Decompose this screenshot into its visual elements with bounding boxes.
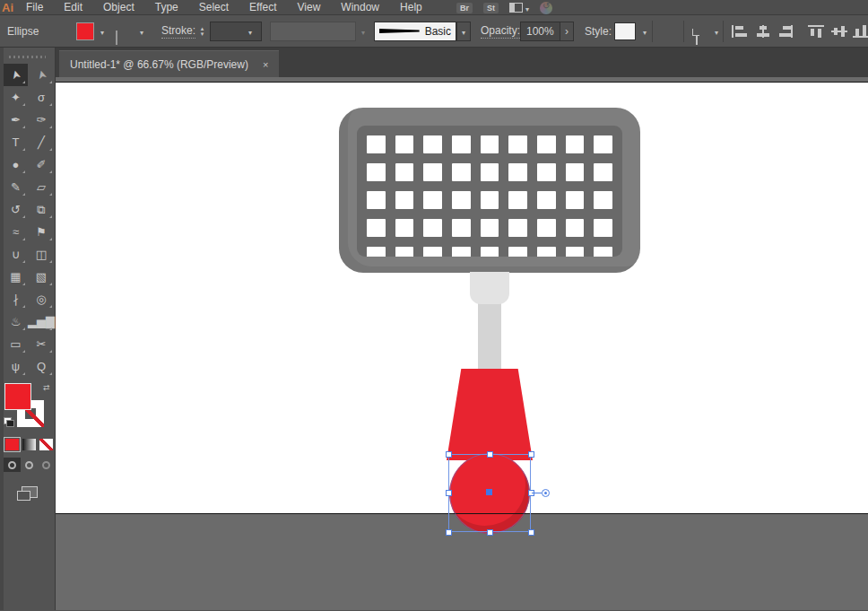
width-tool[interactable]: ≈ (4, 221, 28, 243)
stroke-panel-link[interactable]: Stroke: (161, 24, 195, 39)
pencil-tool[interactable]: ✎ (4, 176, 28, 198)
masher-handle-shape[interactable] (447, 369, 533, 460)
rotate-tool[interactable]: ↺ (4, 198, 28, 221)
grid-hole (508, 219, 527, 237)
menu-help[interactable]: Help (400, 1, 422, 13)
menu-file[interactable]: File (26, 1, 43, 13)
selection-handle[interactable] (487, 451, 493, 458)
document-tab[interactable]: Untitled-1* @ 66.67% (RGB/Preview) × (59, 50, 279, 77)
swap-fill-stroke-icon[interactable]: ⇄ (43, 383, 50, 392)
magic-wand-tool[interactable]: ✦ (4, 86, 28, 109)
direct-selection-tool[interactable]: ➤ (28, 64, 55, 86)
mesh-tool[interactable]: ▦ (4, 266, 28, 288)
panel-grip-handle[interactable] (9, 56, 46, 58)
curvature-tool[interactable]: ✑ (28, 109, 55, 131)
gpu-performance-icon[interactable] (540, 2, 552, 14)
grid-hole (452, 163, 471, 181)
transform-panel-icon[interactable] (696, 31, 698, 45)
menu-object[interactable]: Object (103, 1, 135, 13)
selection-handle[interactable] (446, 490, 452, 496)
close-tab-icon[interactable]: × (263, 59, 268, 70)
transform-chevron-icon[interactable] (711, 25, 722, 38)
column-graph-tool[interactable]: ▂▅▇ (28, 310, 55, 333)
masher-neck-shape[interactable] (470, 272, 509, 304)
masher-shaft-shape[interactable] (478, 300, 501, 371)
perspective-grid-tool[interactable]: ◫ (28, 243, 55, 266)
align-horizontal-center-button[interactable] (755, 25, 771, 38)
gradient-tool[interactable]: ▧ (28, 266, 55, 288)
menu-edit[interactable]: Edit (64, 1, 82, 13)
illustrator-logo[interactable]: Ai (2, 1, 13, 14)
hand-tool[interactable]: ψ (4, 355, 28, 378)
artboard-tool[interactable]: ▭ (4, 333, 28, 355)
fill-proxy-swatch[interactable] (4, 383, 31, 410)
grid-hole (395, 163, 414, 181)
zoom-tool[interactable]: Q (28, 355, 55, 378)
draw-normal-button[interactable] (4, 458, 21, 472)
menu-window[interactable]: Window (341, 1, 379, 13)
pen-tool[interactable]: ✒ (4, 109, 28, 131)
draw-behind-button[interactable] (21, 458, 38, 472)
align-bottom-button[interactable] (853, 25, 868, 38)
workspace-switcher[interactable] (509, 2, 529, 14)
menu-type[interactable]: Type (155, 1, 178, 13)
menu-effect[interactable]: Effect (249, 1, 276, 13)
gradient-button[interactable] (22, 439, 36, 450)
draw-inside-button[interactable] (38, 458, 55, 472)
live-shape-rotate-widget[interactable] (542, 489, 550, 497)
align-right-button[interactable] (777, 25, 793, 38)
graphic-style-swatch[interactable] (614, 22, 636, 40)
selection-handle[interactable] (446, 529, 452, 536)
line-segment-tool[interactable]: ╱ (28, 131, 55, 153)
shape-builder-tool[interactable]: ∪ (4, 243, 28, 266)
stroke-weight-field[interactable] (210, 22, 262, 41)
ellipse-tool[interactable]: ● (4, 153, 28, 176)
screen-mode-button[interactable] (22, 486, 38, 498)
selection-handle[interactable] (446, 451, 452, 458)
grid-hole (423, 135, 442, 153)
menu-select[interactable]: Select (199, 1, 229, 13)
selection-center-point[interactable] (486, 489, 492, 495)
default-fill-stroke-icon[interactable] (4, 417, 12, 424)
document-tab-title: Untitled-1* @ 66.67% (RGB/Preview) (70, 58, 248, 71)
stroke-chevron-icon[interactable] (136, 25, 147, 38)
brush-chevron-button[interactable] (456, 22, 471, 41)
type-tool[interactable]: T (4, 131, 28, 153)
slice-tool[interactable]: ✂ (28, 333, 55, 355)
none-button[interactable] (39, 439, 53, 450)
grid-hole (594, 135, 612, 153)
menu-view[interactable]: View (298, 1, 321, 13)
symbol-sprayer-tool[interactable]: ♨ (4, 310, 28, 333)
stroke-weight-stepper[interactable] (196, 22, 208, 41)
opacity-panel-link[interactable]: Opacity: (481, 24, 520, 39)
eyedropper-tool[interactable]: ∤ (4, 288, 28, 310)
grid-hole (566, 247, 585, 257)
paintbrush-tool[interactable]: ✐ (28, 153, 55, 176)
color-button[interactable] (5, 439, 19, 450)
align-top-button[interactable] (808, 25, 824, 38)
align-vertical-center-button[interactable] (831, 25, 847, 38)
eraser-tool[interactable]: ▱ (28, 176, 55, 198)
canvas[interactable] (56, 77, 868, 610)
selection-handle[interactable] (528, 451, 534, 458)
opacity-expand-button[interactable]: › (560, 22, 574, 41)
align-left-button[interactable] (732, 25, 748, 38)
selection-tool[interactable]: ➤ (4, 64, 28, 86)
lasso-tool[interactable]: σ (28, 86, 55, 109)
blend-tool[interactable]: ◎ (28, 288, 55, 310)
scale-tool[interactable]: ⧉ (28, 198, 55, 221)
stroke-color-swatch[interactable] (116, 31, 117, 45)
fill-color-swatch[interactable] (76, 22, 94, 40)
selection-handle[interactable] (487, 529, 493, 536)
style-chevron-icon[interactable] (639, 25, 650, 38)
stock-button[interactable]: St (483, 3, 499, 13)
fill-chevron-icon[interactable] (97, 25, 108, 38)
brush-definition-dropdown[interactable]: Basic (374, 22, 456, 41)
bridge-button[interactable]: Br (456, 3, 473, 13)
selection-handle[interactable] (528, 529, 534, 536)
style-label: Style: (585, 25, 612, 38)
masher-grid-shape[interactable] (357, 126, 622, 257)
stroke-weight-chevron-icon[interactable] (245, 25, 256, 38)
grid-hole (566, 135, 585, 153)
puppet-warp-tool[interactable]: ⚑ (28, 221, 55, 243)
